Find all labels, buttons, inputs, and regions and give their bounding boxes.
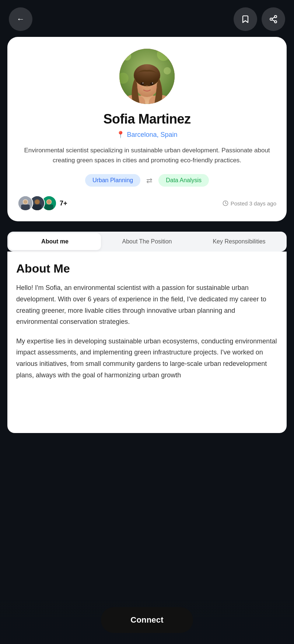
svg-point-30 — [35, 200, 39, 204]
svg-rect-31 — [33, 205, 42, 210]
avatar — [119, 49, 175, 104]
location-text: Barcelona, Spain — [127, 131, 177, 139]
tab-about-me[interactable]: About me — [9, 233, 101, 250]
top-right-buttons — [234, 7, 285, 31]
avatar-count: 7+ — [60, 200, 67, 207]
profile-name: Sofia Martinez — [18, 111, 276, 127]
svg-point-17 — [150, 82, 154, 85]
svg-point-18 — [143, 83, 144, 84]
mini-avatars — [18, 195, 53, 211]
location-icon: 📍 — [116, 131, 125, 139]
svg-point-21 — [151, 86, 157, 89]
svg-point-15 — [134, 64, 160, 86]
posted-time-text: Posted 3 days ago — [231, 200, 276, 207]
svg-point-7 — [122, 52, 131, 60]
back-button[interactable]: ← — [9, 7, 32, 31]
profile-bio: Environmental scientist specializing in … — [18, 145, 276, 165]
card-footer: 7+ Posted 3 days ago — [18, 195, 276, 211]
svg-line-3 — [272, 20, 275, 21]
viewers-group: 7+ — [18, 195, 67, 211]
bookmark-button[interactable] — [234, 7, 257, 31]
tag-urban-planning[interactable]: Urban Planning — [85, 174, 140, 187]
svg-point-16 — [140, 82, 144, 85]
location: 📍 Barcelona, Spain — [18, 131, 276, 139]
content-area: About Me Hello! I'm Sofia, an environmen… — [7, 252, 287, 433]
top-bar: ← — [0, 0, 294, 37]
svg-rect-36 — [45, 205, 53, 210]
tabs-bar: About me About The Position Key Responsi… — [7, 232, 287, 252]
swap-icon: ⇄ — [146, 176, 153, 185]
avatar-container — [18, 49, 276, 104]
back-icon: ← — [17, 14, 25, 24]
svg-point-25 — [24, 200, 28, 204]
tab-about-position[interactable]: About The Position — [101, 233, 193, 250]
svg-point-35 — [47, 200, 51, 204]
svg-point-9 — [164, 67, 171, 75]
share-button[interactable] — [262, 7, 285, 31]
svg-point-19 — [152, 83, 153, 84]
skills-tags: Urban Planning ⇄ Data Analysis — [18, 174, 276, 187]
svg-line-4 — [272, 17, 275, 19]
mini-avatar-1 — [18, 195, 33, 211]
bookmark-icon — [241, 15, 250, 24]
about-me-paragraph-2: My expertise lies in developing sustaina… — [16, 336, 278, 381]
clock-icon — [223, 200, 228, 206]
tag-data-analysis[interactable]: Data Analysis — [158, 174, 209, 187]
svg-point-20 — [137, 86, 143, 89]
connect-button[interactable]: Connect — [101, 607, 193, 633]
about-me-paragraph-1: Hello! I'm Sofia, an environmental scien… — [16, 282, 278, 327]
about-me-title: About Me — [16, 262, 278, 276]
profile-card: Sofia Martinez 📍 Barcelona, Spain Enviro… — [7, 37, 287, 221]
svg-rect-26 — [21, 205, 30, 210]
tab-key-responsibilities[interactable]: Key Responsibilities — [193, 233, 285, 250]
posted-time: Posted 3 days ago — [223, 200, 276, 207]
connect-btn-container: Connect — [0, 600, 294, 644]
share-icon — [269, 15, 278, 24]
